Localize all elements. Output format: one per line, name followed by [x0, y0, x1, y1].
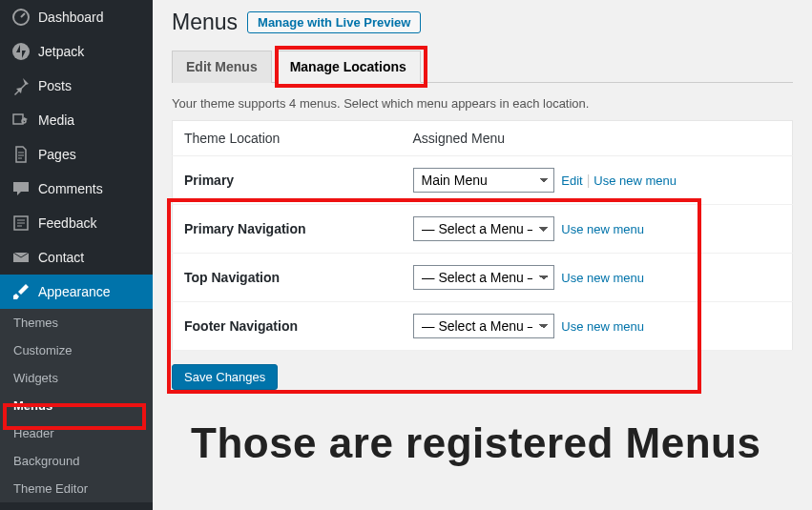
tab-edit-menus[interactable]: Edit Menus	[172, 51, 272, 83]
comment-icon	[11, 179, 31, 198]
location-name: Top Navigation	[173, 254, 402, 302]
sidebar-label: Jetpack	[38, 44, 84, 59]
pin-icon	[11, 76, 31, 95]
annotation-caption: Those are registered Menus	[191, 419, 760, 467]
locations-table: Theme Location Assigned Menu Primary Mai…	[172, 120, 793, 351]
table-row: Primary Navigation — Select a Menu — Use…	[173, 205, 793, 254]
sidebar-item-feedback[interactable]: Feedback	[0, 206, 153, 240]
description-text: Your theme supports 4 menus. Select whic…	[172, 96, 793, 111]
sidebar-label: Contact	[38, 250, 84, 265]
submenu-theme-editor[interactable]: Theme Editor	[0, 475, 153, 502]
submenu-widgets[interactable]: Widgets	[0, 364, 153, 392]
sidebar-label: Comments	[38, 181, 103, 196]
menu-select-footer-nav[interactable]: — Select a Menu —	[413, 314, 554, 338]
th-assigned: Assigned Menu	[402, 121, 793, 156]
table-row: Footer Navigation — Select a Menu — Use …	[173, 302, 793, 351]
edit-link[interactable]: Edit	[561, 173, 582, 188]
sidebar-item-jetpack[interactable]: Jetpack	[0, 34, 153, 69]
sidebar-label: Dashboard	[38, 10, 104, 25]
sidebar-item-appearance[interactable]: Appearance	[0, 275, 153, 309]
dashboard-icon	[11, 8, 31, 27]
use-new-menu-link[interactable]: Use new menu	[561, 271, 644, 285]
th-location: Theme Location	[173, 121, 402, 156]
svg-point-1	[12, 43, 30, 60]
submenu-menus[interactable]: Menus	[0, 392, 153, 419]
use-new-menu-link[interactable]: Use new menu	[561, 222, 644, 236]
table-row: Top Navigation — Select a Menu — Use new…	[173, 254, 793, 302]
sidebar-item-contact[interactable]: Contact	[0, 240, 153, 275]
sidebar-item-dashboard[interactable]: Dashboard	[0, 0, 153, 34]
sidebar-item-media[interactable]: Media	[0, 103, 153, 137]
brush-icon	[11, 282, 31, 301]
tab-manage-locations[interactable]: Manage Locations	[276, 51, 421, 83]
menu-select-primary[interactable]: Main Menu	[413, 168, 554, 193]
pages-icon	[11, 145, 31, 164]
submenu-background[interactable]: Background	[0, 447, 153, 475]
page-title: Menus	[172, 10, 238, 35]
location-name: Primary Navigation	[173, 205, 402, 254]
use-new-menu-link[interactable]: Use new menu	[593, 173, 677, 188]
tabs: Edit Menus Manage Locations	[172, 51, 793, 83]
menu-select-primary-nav[interactable]: — Select a Menu —	[413, 216, 554, 241]
form-icon	[11, 214, 31, 233]
table-row: Primary Main Menu Edit|Use new menu	[173, 156, 793, 205]
submenu-themes[interactable]: Themes	[0, 309, 153, 337]
sidebar-label: Appearance	[38, 284, 111, 299]
sidebar-label: Posts	[38, 78, 72, 93]
use-new-menu-link[interactable]: Use new menu	[561, 319, 644, 334]
sidebar-item-posts[interactable]: Posts	[0, 69, 153, 103]
save-changes-button[interactable]: Save Changes	[172, 364, 278, 390]
submenu-customize[interactable]: Customize	[0, 337, 153, 364]
sidebar-item-pages[interactable]: Pages	[0, 137, 153, 172]
submenu-header[interactable]: Header	[0, 419, 153, 447]
sidebar-item-comments[interactable]: Comments	[0, 172, 153, 206]
media-icon	[11, 111, 31, 130]
mail-icon	[11, 248, 31, 267]
sidebar-label: Pages	[38, 147, 76, 162]
appearance-submenu: Themes Customize Widgets Menus Header Ba…	[0, 309, 153, 502]
jetpack-icon	[11, 42, 31, 61]
live-preview-button[interactable]: Manage with Live Preview	[247, 11, 421, 33]
location-name: Primary	[173, 156, 402, 205]
sidebar-label: Feedback	[38, 215, 96, 231]
admin-sidebar: Dashboard Jetpack Posts Media Pages Comm…	[0, 0, 153, 510]
menu-select-top-nav[interactable]: — Select a Menu —	[413, 265, 554, 290]
sidebar-label: Media	[38, 112, 74, 128]
location-name: Footer Navigation	[173, 302, 402, 351]
